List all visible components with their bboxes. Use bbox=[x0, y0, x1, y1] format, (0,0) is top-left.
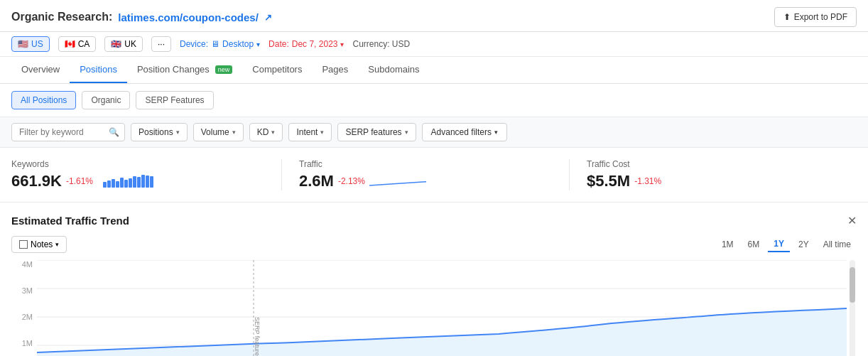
intent-chevron-icon: ▾ bbox=[320, 129, 324, 136]
domain-link[interactable]: latimes.com/coupon-codes/ bbox=[118, 11, 259, 23]
subtab-organic[interactable]: Organic bbox=[82, 91, 130, 109]
serp-features-dropdown[interactable]: SERP features ▾ bbox=[337, 123, 416, 141]
volume-chevron-icon: ▾ bbox=[232, 129, 236, 136]
volume-label: Volume bbox=[201, 127, 229, 137]
keywords-metric: Keywords 661.9K -1.61% bbox=[11, 159, 282, 190]
mini-bar-11 bbox=[146, 176, 149, 188]
page-header: Organic Research: latimes.com/coupon-cod… bbox=[0, 0, 868, 32]
keywords-value-row: 661.9K -1.61% bbox=[11, 172, 264, 190]
mini-bar-7 bbox=[129, 178, 132, 188]
kd-label: KD bbox=[257, 127, 269, 137]
ca-label: CA bbox=[78, 39, 90, 49]
advanced-filters-button[interactable]: Advanced filters ▾ bbox=[422, 123, 507, 141]
positions-label: Positions bbox=[139, 127, 173, 137]
mini-bar-8 bbox=[133, 176, 136, 188]
keywords-label: Keywords bbox=[11, 159, 264, 169]
metrics-row: Keywords 661.9K -1.61% Traffic bbox=[0, 148, 868, 203]
time-6m-button[interactable]: 6M bbox=[742, 237, 766, 252]
tab-overview[interactable]: Overview bbox=[11, 57, 70, 83]
traffic-value: 2.6M bbox=[299, 172, 334, 190]
tab-position-changes[interactable]: Position Changes new bbox=[127, 57, 242, 83]
chart-title: Estimated Traffic Trend bbox=[11, 215, 129, 227]
device-info: Device: 🖥 Desktop ▾ bbox=[180, 39, 260, 49]
country-uk-button[interactable]: 🇬🇧 UK bbox=[104, 36, 143, 52]
page-title-area: Organic Research: latimes.com/coupon-cod… bbox=[11, 11, 272, 23]
us-label: US bbox=[31, 39, 43, 49]
y-axis: 4M 3M 2M 1M 0 bbox=[11, 260, 37, 356]
country-bar: 🇺🇸 US 🇨🇦 CA 🇬🇧 UK ··· Device: 🖥 Desktop … bbox=[0, 32, 868, 57]
tab-positions[interactable]: Positions bbox=[70, 57, 127, 83]
date-chevron-icon: ▾ bbox=[340, 41, 344, 48]
y-label-2m: 2M bbox=[11, 313, 33, 321]
device-chevron-icon: ▾ bbox=[256, 41, 260, 48]
mini-bar-4 bbox=[116, 181, 119, 188]
ca-flag-icon: 🇨🇦 bbox=[65, 39, 75, 49]
traffic-cost-value-row: $5.5M -1.31% bbox=[587, 172, 840, 190]
country-ca-button[interactable]: 🇨🇦 CA bbox=[58, 36, 97, 52]
close-icon[interactable]: ✕ bbox=[847, 214, 857, 227]
mini-bar-5 bbox=[120, 178, 124, 188]
page-title-static: Organic Research: bbox=[11, 11, 112, 23]
chart-header: Estimated Traffic Trend ✕ bbox=[11, 214, 857, 227]
time-1y-button[interactable]: 1Y bbox=[768, 237, 790, 252]
serp-features-label: SERP features bbox=[345, 127, 401, 137]
keyword-input[interactable] bbox=[19, 127, 104, 137]
traffic-change: -2.13% bbox=[338, 176, 365, 186]
intent-dropdown[interactable]: Intent ▾ bbox=[288, 123, 332, 141]
sub-tabs: All Positions Organic SERP Features bbox=[0, 84, 868, 117]
uk-label: UK bbox=[124, 39, 136, 49]
device-value[interactable]: Desktop bbox=[222, 39, 254, 49]
uk-flag-icon: 🇬🇧 bbox=[111, 39, 121, 49]
mini-bar-3 bbox=[112, 179, 115, 188]
more-countries-button[interactable]: ··· bbox=[151, 36, 171, 52]
chart-svg: SERP features G G G G G bbox=[37, 260, 847, 356]
time-2y-button[interactable]: 2Y bbox=[793, 237, 815, 252]
chart-section: Estimated Traffic Trend ✕ Notes ▾ 1M 6M … bbox=[0, 203, 868, 356]
kd-dropdown[interactable]: KD ▾ bbox=[249, 123, 283, 141]
traffic-cost-label: Traffic Cost bbox=[587, 159, 840, 169]
filter-bar: 🔍 Positions ▾ Volume ▾ KD ▾ Intent ▾ SER… bbox=[0, 117, 868, 148]
positions-dropdown[interactable]: Positions ▾ bbox=[131, 123, 188, 141]
new-badge: new bbox=[215, 65, 233, 74]
keywords-change: -1.61% bbox=[66, 176, 93, 186]
svg-text:SERP features: SERP features bbox=[254, 317, 261, 356]
traffic-cost-change: -1.31% bbox=[634, 176, 661, 186]
kd-chevron-icon: ▾ bbox=[271, 129, 275, 136]
notes-label: Notes bbox=[31, 239, 53, 249]
keyword-filter[interactable]: 🔍 bbox=[11, 123, 125, 141]
mini-bar-10 bbox=[141, 175, 145, 188]
notes-button[interactable]: Notes ▾ bbox=[11, 236, 67, 253]
advanced-filters-label: Advanced filters bbox=[431, 127, 492, 137]
tab-subdomains[interactable]: Subdomains bbox=[358, 57, 429, 83]
country-us-button[interactable]: 🇺🇸 US bbox=[11, 36, 50, 52]
subtab-serp-features[interactable]: SERP Features bbox=[136, 91, 213, 109]
y-label-3m: 3M bbox=[11, 286, 33, 295]
tab-position-changes-label: Position Changes bbox=[137, 64, 210, 75]
nav-tabs: Overview Positions Position Changes new … bbox=[0, 57, 868, 84]
export-button[interactable]: ⬆ Export to PDF bbox=[774, 7, 857, 27]
more-label: ··· bbox=[158, 39, 165, 49]
date-label: Date: bbox=[268, 39, 289, 49]
keywords-value: 661.9K bbox=[11, 172, 62, 190]
time-alltime-button[interactable]: All time bbox=[818, 237, 857, 252]
tab-pages[interactable]: Pages bbox=[312, 57, 358, 83]
scroll-thumb[interactable] bbox=[850, 267, 855, 303]
time-1m-button[interactable]: 1M bbox=[716, 237, 739, 252]
chart-controls-left: Estimated Traffic Trend bbox=[11, 215, 129, 227]
date-value[interactable]: Dec 7, 2023 bbox=[292, 39, 338, 49]
volume-dropdown[interactable]: Volume ▾ bbox=[193, 123, 244, 141]
subtab-all-positions[interactable]: All Positions bbox=[11, 91, 76, 109]
scroll-track bbox=[850, 260, 855, 356]
mini-bar-12 bbox=[150, 176, 153, 188]
traffic-value-row: 2.6M -2.13% bbox=[299, 172, 552, 190]
y-label-4m: 4M bbox=[11, 260, 33, 269]
scrollbar[interactable] bbox=[850, 260, 857, 356]
export-label: Export to PDF bbox=[794, 12, 847, 22]
traffic-cost-metric: Traffic Cost $5.5M -1.31% bbox=[587, 159, 857, 190]
traffic-mini-chart bbox=[369, 176, 426, 187]
date-info: Date: Dec 7, 2023 ▾ bbox=[268, 39, 344, 49]
serp-features-chevron-icon: ▾ bbox=[405, 129, 408, 136]
search-icon: 🔍 bbox=[109, 127, 119, 137]
tab-competitors[interactable]: Competitors bbox=[242, 57, 312, 83]
notes-checkbox-icon bbox=[19, 240, 28, 249]
